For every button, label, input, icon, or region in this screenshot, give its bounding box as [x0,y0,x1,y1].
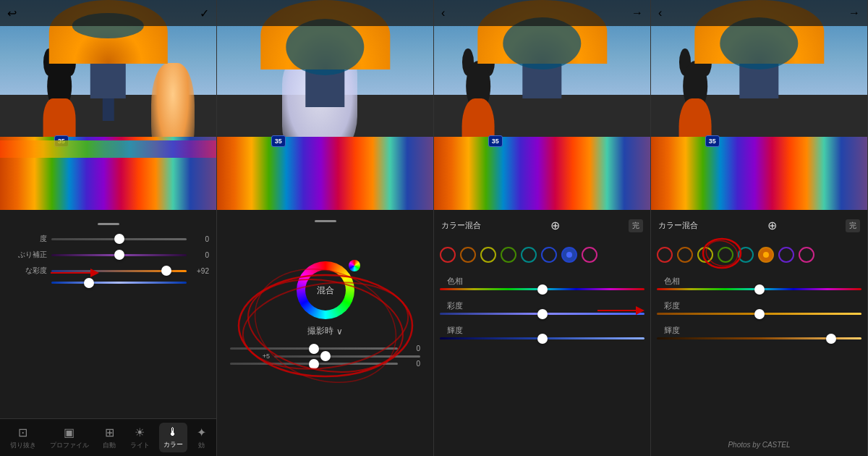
tab-light[interactable]: ☀ ライト [126,423,154,453]
slider-thumb-lum-4[interactable] [826,334,836,344]
drag-handle[interactable] [98,223,119,225]
tab-label-crop: 切り抜き [10,441,36,450]
color-circle-magenta[interactable] [582,247,597,263]
back-icon[interactable]: ↩ [7,7,17,20]
slider-track-hue-3[interactable] [440,288,644,290]
slider-track-lum-4[interactable] [657,337,861,339]
confirm-icon[interactable]: ✓ [200,7,209,20]
color-circles-3 [440,247,644,263]
color-mix-header-4: カラー混合 ⊕ 完 [657,216,861,235]
watermark-text: Photos by CASTEL [728,441,790,449]
tab-profile[interactable]: ▣ プロファイル [46,423,93,453]
slider-label-p2-2: +5 [230,352,270,360]
slider-val-p2-1: 0 [402,345,420,352]
photo-area-1: 35 ↩ ✓ [0,0,216,210]
forward-icon-3[interactable]: → [631,7,643,20]
target-icon-4[interactable]: ⊕ [767,219,777,232]
tab-label-profile: プロファイル [50,441,89,450]
color-circle-indigo[interactable] [561,247,577,263]
forward-icon-4[interactable]: → [848,7,860,20]
tab-label-effects: 効 [198,441,205,450]
slider-row-correction: ぶり補正 0 [7,250,209,260]
slider-thumb-exposure[interactable] [114,234,124,244]
effects-icon: ✦ [197,426,206,439]
tab-auto[interactable]: ⊞ 自動 [98,423,120,453]
slider-track-correction[interactable] [51,254,187,256]
panel-4: 35 ‹ → カラー混合 ⊕ 完 [651,0,868,456]
slider-thumb-sat-4[interactable] [754,309,765,319]
color-circle-orange-4[interactable] [677,247,693,263]
color-circle-green[interactable] [501,247,516,263]
tab-effects[interactable]: ✦ 効 [192,423,210,453]
dropdown-icon[interactable]: ∨ [336,326,343,337]
tab-label-color: カラー [163,440,183,449]
photo-area-2: 35 ← [217,0,433,210]
color-circle-amber-4[interactable] [758,247,774,263]
slider-thumb-hue-3[interactable] [537,284,548,295]
color-circle-pink-4[interactable] [799,247,814,263]
controls-4: カラー混合 ⊕ 完 [651,210,867,456]
color-circle-red-4[interactable] [657,247,673,263]
slider-thumb-lum-3[interactable] [537,334,548,344]
target-icon-3[interactable]: ⊕ [550,219,560,232]
slider-thumb-hue-4[interactable] [754,284,765,295]
arrow-annotation-3 [594,296,650,325]
section-saturation-4: 彩度 [657,296,861,315]
slider-thumb-p2-3[interactable] [309,359,319,369]
slider-label-vibrance: な彩度 [7,266,47,276]
color-circle-teal[interactable] [521,247,537,263]
section-saturation-3: 彩度 [440,296,644,315]
color-circle-yellow[interactable] [480,247,496,263]
color-circle-blue[interactable] [541,247,557,263]
slider-track-lum-3[interactable] [440,337,644,339]
slider-track-p2-2[interactable] [274,355,420,358]
tab-crop[interactable]: ⊡ 切り抜き [6,423,41,453]
auto-icon: ⊞ [105,426,114,439]
color-circles-wrapper-4 [657,241,861,266]
color-icon: 🌡 [167,426,179,439]
slider-track-saturation[interactable] [51,282,187,284]
slider-track-p2-3[interactable] [230,363,398,365]
back-icon-3[interactable]: ‹ [441,7,445,20]
photo-area-3: 35 ‹ → [434,0,650,210]
tab-color[interactable]: 🌡 カラー [159,423,187,452]
top-bar-4: ‹ → [651,0,867,26]
color-circle-orange[interactable] [460,247,476,263]
color-circle-yellow-4[interactable] [697,247,713,263]
back-icon-4[interactable]: ‹ [658,7,662,20]
slider-track-sat-4[interactable] [657,313,861,315]
slider-track-hue-4[interactable] [657,288,861,290]
slider-thumb-saturation[interactable] [84,278,94,288]
slider-value-correction: 0 [191,251,209,259]
drag-handle-2[interactable] [315,220,336,222]
color-mix-header-3: カラー混合 ⊕ 完 [440,216,644,235]
slider-value-vibrance: +92 [191,267,209,275]
color-mix-title-3: カラー混合 [441,220,481,231]
section-hue-4: 色相 [657,271,861,290]
profile-selector[interactable]: 撮影時 ∨ [307,325,343,337]
color-circle-red[interactable] [440,247,456,263]
slider-thumb-sat-3[interactable] [537,309,548,319]
color-mixer-area: 混合 撮影時 ∨ 0 +5 [217,210,433,456]
controls-1: 度 0 ぶり補正 0 な彩度 +92 [0,210,216,418]
panel-3: 35 ‹ → カラー混合 ⊕ 完 色相 [434,0,651,456]
color-circle-green-4[interactable] [718,247,733,263]
color-mix-title-4: カラー混合 [658,220,698,231]
slider-track-vibrance[interactable] [51,270,187,272]
slider-label-correction: ぶり補正 [7,250,47,260]
slider-val-p2-3: 0 [402,360,420,368]
slider-label-exposure: 度 [7,234,47,244]
complete-badge-3: 完 [629,219,643,232]
tab-bar-1: ⊡ 切り抜き ▣ プロファイル ⊞ 自動 ☀ ライト 🌡 カラー ✦ 効 [0,418,216,456]
slider-thumb-correction[interactable] [114,250,124,260]
slider-thumb-vibrance[interactable] [161,266,171,276]
slider-hue-4 [657,288,861,290]
color-circle-purple-4[interactable] [778,247,794,263]
slider-track-exposure[interactable] [51,238,187,240]
slider-track-p2-1[interactable] [230,347,398,350]
complete-badge-4: 完 [846,219,860,232]
photo-area-4: 35 ‹ → [651,0,867,210]
color-circle-teal-4[interactable] [738,247,754,263]
slider-sat-4 [657,313,861,315]
color-wheel[interactable]: 混合 [297,261,354,319]
